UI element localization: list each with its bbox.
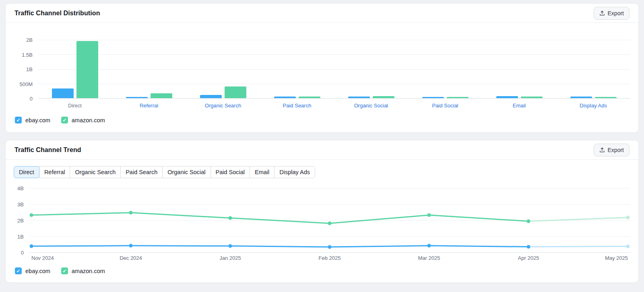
bar-group-direct <box>38 40 112 98</box>
category-label-email[interactable]: Email <box>482 103 556 109</box>
bar-group-organic-social <box>334 40 408 98</box>
category-label-organic-search[interactable]: Organic Search <box>186 103 260 109</box>
category-label-direct: Direct <box>38 103 112 109</box>
export-button-label: Export <box>608 147 624 153</box>
tab-direct[interactable]: Direct <box>14 166 39 178</box>
point-ebay-com-jan-2025 <box>229 244 232 248</box>
bar-amazon-com-direct <box>76 41 98 98</box>
bar-group-paid-social <box>408 40 482 98</box>
point-ebay-com-nov-2024 <box>30 245 33 248</box>
tab-organic-social[interactable]: Organic Social <box>162 166 211 178</box>
point-amazon-com-jan-2025 <box>229 216 232 220</box>
bar-ebay-com-referral <box>126 97 148 98</box>
bar-amazon-com-organic-search <box>225 86 246 98</box>
bar-group-referral <box>112 40 186 98</box>
export-button-trend[interactable]: Export <box>594 144 630 156</box>
legend-item-amazon-com[interactable]: ✓amazon.com <box>61 267 105 274</box>
traffic-channel-distribution-card: Traffic Channel Distribution Export 2B1.… <box>5 3 639 133</box>
x-tick-mar-2025: Mar 2025 <box>418 255 440 261</box>
bar-ebay-com-email <box>496 96 518 98</box>
page: Traffic Channel Distribution Export 2B1.… <box>0 0 644 286</box>
trend-y-tick-4b: 4B <box>17 185 24 191</box>
export-button-distribution[interactable]: Export <box>594 7 630 20</box>
bar-ebay-com-paid-search <box>274 97 296 98</box>
trend-card-header: Traffic Channel Trend Export <box>6 140 638 160</box>
bar-amazon-com-paid-social <box>447 97 469 98</box>
point-amazon-com-may-2025 <box>626 216 630 219</box>
point-ebay-com-may-2025 <box>626 245 630 248</box>
distribution-card-title: Traffic Channel Distribution <box>14 10 100 17</box>
bar-ebay-com-direct <box>52 88 74 98</box>
point-amazon-com-mar-2025 <box>427 213 431 217</box>
x-tick-dec-2024: Dec 2024 <box>120 255 142 261</box>
line-ebay-com <box>31 246 528 247</box>
bar-amazon-com-display-ads <box>595 97 617 98</box>
tab-paid-social[interactable]: Paid Social <box>211 166 250 178</box>
tab-email[interactable]: Email <box>250 166 275 178</box>
bar-ebay-com-organic-search <box>200 95 222 98</box>
distribution-card-header: Traffic Channel Distribution Export <box>6 4 638 23</box>
trend-y-tick-0: 0 <box>21 250 24 256</box>
legend-checkbox-amazon-com[interactable]: ✓ <box>61 267 68 274</box>
trend-y-tick-1b: 1B <box>17 234 24 240</box>
trend-legend: ✓ebay.com✓amazon.com <box>15 267 638 274</box>
x-tick-nov-2024: Nov 2024 <box>31 255 54 261</box>
x-tick-jan-2025: Jan 2025 <box>219 255 241 261</box>
bar-y-tick-500m: 500M <box>19 81 33 87</box>
point-amazon-com-dec-2024 <box>129 211 133 214</box>
bar-group-paid-search <box>260 40 334 98</box>
bar-y-tick-1-5b: 1.5B <box>22 51 33 58</box>
bar-chart: 2B1.5B1B500M0 <box>6 40 630 99</box>
legend-label-ebay-com: ebay.com <box>25 268 50 274</box>
legend-label-ebay-com: ebay.com <box>25 117 50 123</box>
legend-item-ebay-com[interactable]: ✓ebay.com <box>15 267 50 274</box>
tab-display-ads[interactable]: Display Ads <box>274 166 315 178</box>
export-button-label: Export <box>608 10 624 16</box>
bar-amazon-com-email <box>521 97 543 98</box>
tab-referral[interactable]: Referral <box>39 166 70 178</box>
legend-checkbox-ebay-com[interactable]: ✓ <box>15 117 22 123</box>
bar-chart-plot-area <box>38 40 630 99</box>
x-tick-apr-2025: Apr 2025 <box>518 255 539 261</box>
category-label-display-ads[interactable]: Display Ads <box>556 103 630 109</box>
trend-card-body: DirectReferralOrganic SearchPaid SearchO… <box>6 166 638 274</box>
traffic-channel-trend-card: Traffic Channel Trend Export DirectRefer… <box>5 140 639 283</box>
tab-paid-search[interactable]: Paid Search <box>120 166 163 178</box>
distribution-card-body: 2B1.5B1B500M0 DirectReferralOrganic Sear… <box>6 40 638 123</box>
point-amazon-com-nov-2024 <box>30 213 33 217</box>
legend-item-amazon-com[interactable]: ✓amazon.com <box>61 117 105 123</box>
bar-ebay-com-paid-social <box>422 97 444 98</box>
legend-label-amazon-com: amazon.com <box>72 268 105 274</box>
line-chart-y-axis: 4B3B2B1B0 <box>6 188 29 253</box>
line-chart-plot-area: Nov 2024Dec 2024Jan 2025Feb 2025Mar 2025… <box>29 188 630 262</box>
bar-group-organic-search <box>186 40 260 98</box>
legend-label-amazon-com: amazon.com <box>72 117 105 123</box>
category-label-referral[interactable]: Referral <box>112 103 186 109</box>
point-ebay-com-mar-2025 <box>427 244 431 247</box>
bar-amazon-com-referral <box>151 93 172 98</box>
category-label-organic-social[interactable]: Organic Social <box>334 103 408 109</box>
bar-ebay-com-organic-social <box>348 97 370 98</box>
bar-chart-category-labels: DirectReferralOrganic SearchPaid SearchO… <box>38 103 630 109</box>
point-amazon-com-apr-2025 <box>527 220 530 223</box>
trend-card-title: Traffic Channel Trend <box>14 146 81 154</box>
trend-y-tick-3b: 3B <box>17 202 24 208</box>
category-label-paid-search[interactable]: Paid Search <box>260 103 334 109</box>
point-ebay-com-dec-2024 <box>129 244 133 247</box>
category-label-paid-social[interactable]: Paid Social <box>408 103 482 109</box>
point-ebay-com-apr-2025 <box>527 245 530 249</box>
bar-y-tick-0: 0 <box>30 96 33 102</box>
bar-chart-y-axis: 2B1.5B1B500M0 <box>6 40 38 99</box>
legend-checkbox-amazon-com[interactable]: ✓ <box>61 117 68 123</box>
tab-organic-search[interactable]: Organic Search <box>70 166 121 178</box>
channel-tabs: DirectReferralOrganic SearchPaid SearchO… <box>14 166 638 178</box>
export-icon <box>599 10 605 16</box>
legend-item-ebay-com[interactable]: ✓ebay.com <box>15 117 50 123</box>
line-estimated-ebay-com <box>528 246 628 247</box>
bar-ebay-com-display-ads <box>570 97 592 98</box>
bar-groups <box>38 40 630 98</box>
distribution-legend: ✓ebay.com✓amazon.com <box>15 117 638 123</box>
bar-amazon-com-paid-search <box>299 97 320 98</box>
legend-checkbox-ebay-com[interactable]: ✓ <box>15 267 22 274</box>
bar-group-display-ads <box>556 40 630 98</box>
